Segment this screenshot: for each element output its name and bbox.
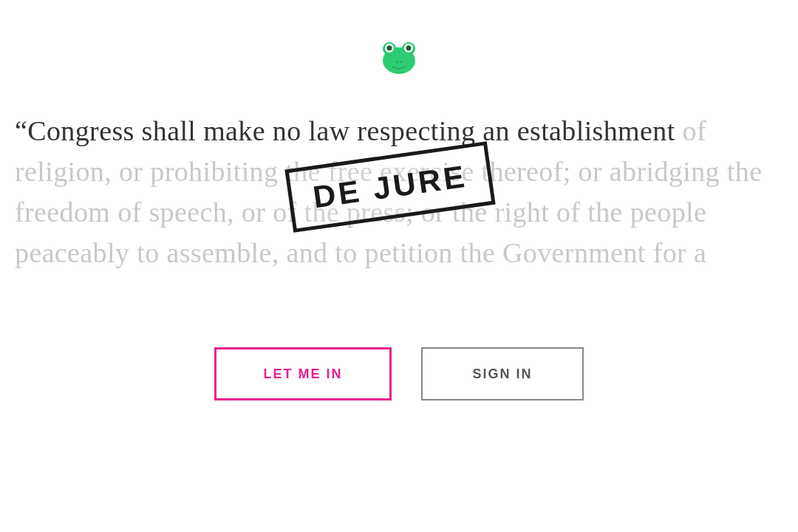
logo-area bbox=[378, 35, 420, 81]
let-me-in-button[interactable]: LET ME IN bbox=[214, 347, 392, 400]
stamp-text: DE JURE bbox=[311, 159, 470, 215]
page-container: “Congress shall make no law respecting a… bbox=[0, 0, 798, 532]
buttons-area: LET ME IN SIGN IN bbox=[214, 347, 584, 400]
svg-point-7 bbox=[395, 61, 398, 64]
quote-area: “Congress shall make no law respecting a… bbox=[7, 111, 791, 273]
svg-point-5 bbox=[387, 46, 392, 51]
svg-point-6 bbox=[406, 46, 412, 51]
quote-visible: “Congress shall make no law respecting a… bbox=[15, 115, 683, 146]
frog-icon bbox=[378, 35, 420, 78]
sign-in-button[interactable]: SIGN IN bbox=[421, 347, 584, 400]
svg-point-8 bbox=[400, 61, 403, 64]
